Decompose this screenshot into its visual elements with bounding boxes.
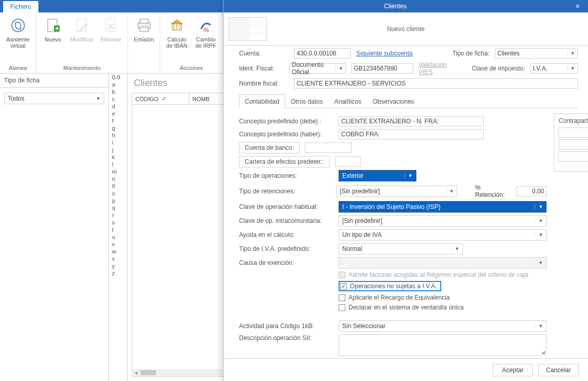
resize-grip-icon[interactable]: ◢	[541, 349, 545, 355]
emit-button[interactable]: Emisión	[131, 15, 158, 64]
tipo-op-select[interactable]: Exterior▼	[339, 170, 416, 181]
clase-imp-label: Clase de impuesto:	[469, 65, 525, 72]
az-q[interactable]: q	[109, 204, 127, 211]
chk-no-sujetas[interactable]: Operaciones no sujetas a I.V.A.	[340, 283, 437, 290]
scroll-left-icon[interactable]: ◂	[132, 369, 139, 376]
group-maint: Mantenimiento	[63, 64, 101, 73]
tab-observaciones[interactable]: Observaciones	[367, 94, 420, 108]
az-0-9[interactable]: 0-9	[109, 74, 127, 81]
cancel-button[interactable]: Cancelar	[538, 364, 579, 376]
iban-button[interactable]: Cálculo de IBAN	[163, 15, 190, 64]
checkbox-icon	[340, 283, 347, 290]
close-button[interactable]: ×	[567, 2, 588, 10]
chk-criterio-caja: Admite facturas acogidas al Régimen espe…	[339, 271, 528, 278]
az-s[interactable]: s	[109, 219, 127, 226]
svg-rect-7	[140, 27, 148, 32]
ayuda-select[interactable]: Un tipo de IVA▼	[339, 229, 547, 241]
ok-button[interactable]: Aceptar	[493, 364, 533, 376]
tipo-ficha-select[interactable]: Clientes▼	[495, 48, 578, 59]
tipo-ret-select[interactable]: [Sin predefinir]▼	[336, 186, 457, 197]
contrapartidas-title: Contrapartidas (F10)	[558, 117, 588, 124]
az-e[interactable]: e	[109, 110, 127, 117]
clave-op-select[interactable]: I - Inversión del Sujeto Pasivo (ISP)▼	[339, 201, 547, 213]
az-n[interactable]: n	[109, 175, 127, 182]
az-ñ[interactable]: ñ	[109, 182, 127, 190]
ident-label: Ident. Fiscal:	[239, 65, 284, 72]
cp-input-3[interactable]	[558, 151, 588, 162]
cartera-input[interactable]	[335, 157, 361, 167]
clave-intra-select[interactable]: [Sin predefinir]▼	[339, 215, 547, 227]
chevron-down-icon: ▼	[404, 173, 413, 178]
causa-ex-label: Causa de exención:	[239, 259, 333, 266]
az-g[interactable]: g	[109, 124, 127, 132]
az-j[interactable]: j	[109, 146, 127, 153]
scroll-thumb[interactable]	[141, 370, 156, 375]
ident-type-select[interactable]: Documento Oficial▼	[289, 63, 346, 74]
az-u[interactable]: u	[109, 233, 127, 241]
tipo-iva-select[interactable]: Normal▼	[339, 243, 463, 255]
causa-ex-select: ▼	[339, 257, 547, 269]
tab-analiticos[interactable]: Analíticos	[329, 94, 367, 108]
chevron-down-icon: ▼	[335, 66, 343, 71]
ident-input[interactable]	[351, 63, 413, 74]
new-button[interactable]: Nuevo	[39, 15, 66, 64]
az-c[interactable]: c	[109, 95, 127, 103]
az-z[interactable]: z	[109, 270, 127, 277]
nombre-input[interactable]	[294, 78, 578, 89]
az-h[interactable]: h	[109, 132, 127, 139]
az-t[interactable]: t	[109, 226, 127, 233]
chevron-down-icon: ▼	[446, 189, 454, 194]
sort-indicator-icon: ✓	[162, 95, 166, 102]
clase-imp-select[interactable]: I.V.A.▼	[530, 63, 578, 74]
vies-link[interactable]: Validación VIES	[418, 61, 458, 76]
cuenta-input[interactable]	[294, 48, 351, 59]
desc-sii-textarea[interactable]: ◢	[339, 334, 547, 356]
delete-button: Eliminar	[97, 15, 124, 64]
concepto-haber-input[interactable]: COBRO FRA:	[339, 129, 484, 139]
filter-combo[interactable]: Todos ▼	[4, 93, 104, 104]
group-atenea: Atenea	[9, 64, 27, 73]
chevron-down-icon: ▼	[535, 260, 543, 265]
tab-otros[interactable]: Otros datos	[285, 94, 329, 108]
az-index[interactable]: 0-9abcdefghijklmnñopqrstuvwxyz	[109, 74, 128, 381]
cp-input-2[interactable]	[558, 139, 588, 150]
modify-icon	[73, 17, 91, 34]
next-subaccount-link[interactable]: Siguiente subcuenta	[356, 50, 413, 57]
assistant-label: Asistente virtual	[6, 36, 30, 49]
az-x[interactable]: x	[109, 255, 127, 262]
chevron-down-icon: ▼	[535, 218, 543, 223]
az-a[interactable]: a	[109, 81, 127, 88]
svg-text:%: %	[203, 26, 209, 33]
tipo-ficha-label: Tipo de ficha:	[438, 50, 489, 57]
chk-recargo[interactable]: Aplicarle el Recargo de Equivalencia	[339, 294, 450, 301]
az-p[interactable]: p	[109, 197, 127, 204]
az-i[interactable]: i	[109, 139, 127, 146]
concepto-debe-label: Concepto predefinido (debe) :	[239, 118, 333, 125]
assistant-icon	[9, 17, 27, 34]
cuenta-banco-button[interactable]: Cuenta de banco:	[239, 142, 300, 153]
tipo-op-label: Tipo de operaciones:	[239, 172, 333, 179]
az-d[interactable]: d	[109, 103, 127, 110]
concepto-debe-input[interactable]: CLIENTE EXTRANJERO - N. FRA:	[339, 116, 484, 126]
az-v[interactable]: v	[109, 241, 127, 248]
az-b[interactable]: b	[109, 88, 127, 95]
az-y[interactable]: y	[109, 262, 127, 270]
cp-input-1[interactable]	[558, 128, 588, 138]
cartera-button[interactable]: Cartera de efectos predeter.:	[239, 156, 330, 167]
az-f[interactable]: f	[109, 117, 127, 124]
tab-fichero[interactable]: Fichero	[3, 1, 38, 12]
az-m[interactable]: m	[109, 168, 127, 175]
act-1kb-select[interactable]: Sin Seleccionar▼	[339, 320, 547, 332]
az-l[interactable]: l	[109, 161, 127, 168]
assistant-button[interactable]: Asistente virtual	[2, 15, 34, 64]
az-o[interactable]: o	[109, 190, 127, 197]
irpf-button[interactable]: % Cambio de IRPF	[192, 15, 219, 64]
cuenta-banco-input[interactable]	[305, 143, 352, 153]
chk-ventanilla[interactable]: Declarar en el sistema de ventanilla úni…	[339, 304, 464, 311]
az-w[interactable]: w	[109, 248, 127, 255]
pct-ret-input[interactable]: 0,00	[516, 186, 547, 196]
modify-button: Modificar	[68, 15, 95, 64]
tab-contabilidad[interactable]: Contabilidad	[239, 94, 285, 108]
az-k[interactable]: k	[109, 153, 127, 161]
az-r[interactable]: r	[109, 211, 127, 219]
